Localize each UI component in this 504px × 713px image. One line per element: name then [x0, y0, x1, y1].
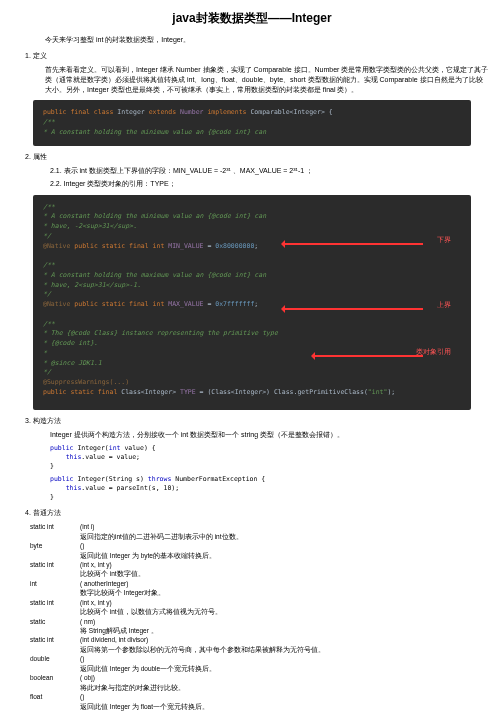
- section-3-para: Integer 提供两个构造方法，分别接收一个 int 数据类型和一个 stri…: [50, 430, 489, 440]
- method-sig: ( nm): [80, 618, 474, 626]
- method-desc: 返回此值 Integer 为 float一个宽元转换后。: [80, 703, 474, 711]
- code-block-1: public final class Integer extends Numbe…: [33, 100, 471, 145]
- page-title: java封装数据类型——Integer: [15, 10, 489, 27]
- method-return: static int: [30, 561, 80, 569]
- method-desc: 将此对象与指定的对象进行比较。: [80, 684, 474, 692]
- method-sig: (): [80, 693, 474, 701]
- method-return: double: [30, 655, 80, 663]
- method-desc: 数字比较两个 Integer对象。: [80, 589, 474, 597]
- arrow-up: [283, 308, 423, 310]
- label-up: 上界: [437, 300, 451, 311]
- method-sig: (): [80, 542, 474, 550]
- intro-text: 今天来学习整型 int 的封装数据类型，Integer。: [45, 35, 489, 45]
- method-desc: 将 String解码成 Integer 。: [80, 627, 474, 635]
- method-sig: ( obj): [80, 674, 474, 682]
- method-return: float: [30, 693, 80, 701]
- code-block-3a: public public Integer(int value) {Intege…: [50, 444, 454, 471]
- section-4-title: 4. 普通方法: [25, 508, 489, 518]
- method-sig: (int x, int y): [80, 599, 474, 607]
- code-block-2: /** * A constant holding the minimum val…: [33, 195, 471, 410]
- method-return: static: [30, 618, 80, 626]
- methods-table: static int(int i)返回指定的int值的二进补码二进制表示中的 i…: [30, 523, 474, 713]
- section-1-title: 1. 定义: [25, 51, 489, 61]
- method-sig: ( anotherInteger): [80, 580, 474, 588]
- arrow-type: [313, 355, 423, 357]
- method-desc: 返回将第一个参数除以秒的无符号商，其中每个参数和结果被解释为无符号值。: [80, 646, 474, 654]
- method-sig: (int x, int y): [80, 561, 474, 569]
- section-2-2: 2.2. Integer 类型类对象的引用：TYPE；: [50, 179, 489, 189]
- section-3-title: 3. 构造方法: [25, 416, 489, 426]
- method-return: byte: [30, 542, 80, 550]
- method-return: static int: [30, 523, 80, 531]
- section-2-1: 2.1. 表示 int 数据类型上下界值的字段：MIN_VALUE = -2³¹…: [50, 166, 489, 176]
- method-desc: 返回此值 Integer 为 byte的基本收缩转换后。: [80, 552, 474, 560]
- method-desc: 比较两个 int值，以数值方式将值视为无符号。: [80, 608, 474, 616]
- section-2-title: 2. 属性: [25, 152, 489, 162]
- arrow-down: [283, 243, 423, 245]
- label-type: 类对象引用: [416, 347, 451, 358]
- method-sig: (int dividend, int divisor): [80, 636, 474, 644]
- method-desc: 返回此值 Integer 为 double一个宽元转换后。: [80, 665, 474, 673]
- method-sig: (): [80, 655, 474, 663]
- section-1-para: 首先来看看定义。可以看到，Integer 继承 Number 抽象类，实现了 C…: [45, 65, 489, 94]
- method-return: static int: [30, 599, 80, 607]
- method-return: static int: [30, 636, 80, 644]
- method-desc: 比较两个 int数字值。: [80, 570, 474, 578]
- label-down: 下界: [437, 235, 451, 246]
- method-return: boolean: [30, 674, 80, 682]
- method-sig: (int i): [80, 523, 474, 531]
- code-block-3b: public Integer(String s) throws NumberFo…: [50, 475, 454, 502]
- method-desc: 返回指定的int值的二进补码二进制表示中的 int位数。: [80, 533, 474, 541]
- method-return: int: [30, 580, 80, 588]
